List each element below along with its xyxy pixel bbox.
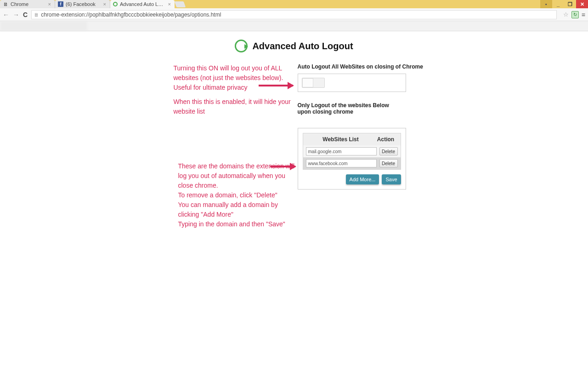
extension-badge-icon[interactable]: ↻	[571, 11, 579, 18]
delete-button[interactable]: Delete	[379, 159, 398, 167]
delete-button[interactable]: Delete	[379, 147, 398, 155]
close-icon[interactable]: ×	[168, 2, 171, 7]
address-bar[interactable]: 🗎 chrome-extension://pophlbalfnkhgfbcccb…	[31, 10, 557, 19]
setting-label: Only Logout of the websites Below upon c…	[298, 102, 399, 115]
extension-icon	[113, 2, 118, 6]
column-header-action: Action	[375, 136, 397, 143]
browser-tab-strip: 🗎 Chrome × f (6) Facebook × Advanced Aut…	[0, 0, 588, 8]
bookmarks-bar	[0, 21, 588, 31]
save-button[interactable]: Save	[382, 174, 401, 184]
annotation-text: log you out of automatically when you cl…	[178, 171, 298, 190]
chrome-menu-icon[interactable]: ≡	[582, 11, 585, 18]
column-header-sites: WebSites List	[307, 136, 375, 143]
tab-advanced-auto-logout[interactable]: Advanced Auto Logo ×	[110, 0, 175, 8]
add-more-button[interactable]: Add More...	[346, 174, 379, 184]
blurred-bookmarks	[0, 21, 87, 31]
domain-input[interactable]: www.facebook.com	[306, 159, 377, 167]
arrow-icon	[259, 85, 293, 86]
domain-input[interactable]: mail.google.com	[306, 147, 377, 155]
reload-icon[interactable]: C	[23, 11, 28, 18]
table-row: www.facebook.com Delete	[303, 157, 401, 169]
toggle-knob	[302, 78, 313, 87]
tab-title: (6) Facebook	[66, 1, 101, 7]
websites-table: WebSites List Action mail.google.com Del…	[303, 133, 401, 170]
annotation-text: To remove a domain, click "Delete"	[178, 190, 298, 200]
table-header: WebSites List Action	[303, 133, 401, 145]
annotation-text: When this this is enabled, it will hide …	[174, 97, 298, 116]
maximize-window-button[interactable]: ❐	[564, 0, 576, 8]
page-header: Advanced Auto Logout	[0, 31, 588, 59]
logo-refresh-icon	[235, 40, 248, 52]
new-tab-button[interactable]	[175, 1, 186, 7]
user-window-button[interactable]: ▪	[540, 0, 552, 8]
facebook-icon: f	[58, 1, 63, 7]
annotation-text: Turning this ON will log out you of ALL …	[174, 63, 298, 92]
auto-logout-all-box	[298, 74, 406, 92]
page-icon: 🗎	[3, 1, 8, 7]
tab-facebook[interactable]: f (6) Facebook ×	[55, 0, 110, 8]
browser-toolbar: ← → C 🗎 chrome-extension://pophlbalfnkhg…	[0, 8, 588, 21]
auto-logout-all-toggle[interactable]	[302, 78, 325, 88]
tab-chrome[interactable]: 🗎 Chrome ×	[0, 0, 55, 8]
tab-title: Chrome	[11, 1, 46, 7]
close-icon[interactable]: ×	[103, 2, 106, 7]
annotation-column: Turning this ON will log out you of ALL …	[116, 63, 298, 229]
table-row: mail.google.com Delete	[303, 145, 401, 157]
close-window-button[interactable]: ✕	[576, 0, 588, 8]
close-icon[interactable]: ×	[48, 2, 51, 7]
tab-title: Advanced Auto Logo	[120, 1, 166, 7]
setting-label: Auto Logout All WebSites on closing of C…	[298, 63, 472, 70]
bookmark-star-icon[interactable]: ☆	[563, 11, 569, 18]
websites-list-box: WebSites List Action mail.google.com Del…	[298, 128, 406, 190]
page-title: Advanced Auto Logout	[252, 41, 353, 52]
back-icon[interactable]: ←	[3, 11, 9, 18]
annotation-text: Typing in the domain and then "Save"	[178, 219, 298, 229]
arrow-icon	[270, 166, 295, 167]
forward-icon[interactable]: →	[13, 11, 19, 18]
url-text: chrome-extension://pophlbalfnkhgfbcccbob…	[41, 12, 221, 18]
minimize-window-button[interactable]: _	[552, 0, 564, 8]
page-icon: 🗎	[34, 12, 39, 17]
annotation-text: You can manually add a domain by clickin…	[178, 200, 298, 219]
